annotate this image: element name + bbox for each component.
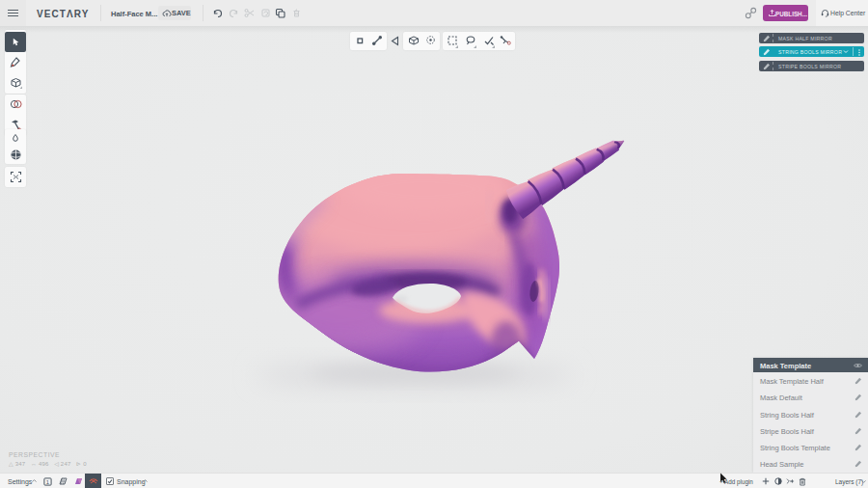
svg-text:1: 1 — [46, 478, 49, 484]
